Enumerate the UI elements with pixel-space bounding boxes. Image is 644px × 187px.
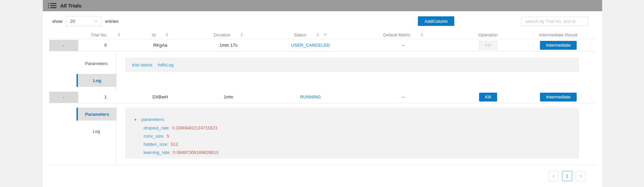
detail-content: trial stdout hdfsLog — [117, 51, 596, 91]
search-input[interactable] — [521, 17, 588, 26]
parameter-key: learning_rate: — [143, 150, 171, 155]
intermediate-button[interactable]: Intermediate — [540, 41, 577, 50]
list-icon — [48, 3, 56, 8]
cell-trial-no: 0 — [78, 43, 133, 48]
parameter-value: 5 — [167, 134, 169, 139]
column-label: Operation — [478, 32, 498, 37]
column-label: Id — [152, 32, 156, 37]
intermediate-button[interactable]: Intermediate — [540, 93, 577, 102]
cell-default-metric: -- — [351, 94, 455, 99]
trial-row-1: - 1 DXBwH 1min RUNNING -- Kill Intermedi… — [49, 91, 596, 103]
column-header-id[interactable]: Id — [133, 32, 188, 37]
cell-trial-id: RKgAa — [133, 43, 188, 48]
column-label: Intermediate Result — [539, 32, 577, 37]
parameter-entry: dropout_rate:0.33908402124711623 — [134, 124, 579, 132]
sort-icon[interactable] — [118, 33, 120, 37]
table-controls: show 20 entries AddColumn — [43, 11, 602, 26]
parameter-entry: learning_rate:0.06497306169626813 — [134, 149, 579, 157]
pagination: < 1 > — [43, 165, 602, 181]
parameter-value: 0.33908402124711623 — [172, 125, 217, 130]
trial-row-0: - 0 RKgAa 1min 17s USER_CANCELED -- Kill… — [49, 39, 596, 51]
column-header-operation: Operation — [455, 32, 521, 37]
cell-status: RUNNING — [269, 94, 351, 99]
add-column-button[interactable]: AddColumn — [418, 16, 454, 26]
detail-tabs: Parameters Log — [49, 103, 117, 165]
column-header-duration[interactable]: Duration — [187, 32, 269, 37]
collapse-row-button[interactable]: - — [49, 92, 78, 103]
column-label: Status — [294, 32, 306, 37]
column-header-default-metric[interactable]: Default Metric — [351, 32, 455, 37]
filter-icon[interactable] — [323, 33, 327, 37]
show-label: show — [52, 19, 62, 24]
cell-trial-no: 1 — [78, 94, 133, 99]
collapse-arrow-icon[interactable]: ▼ — [134, 118, 137, 122]
column-label: Duration — [214, 32, 230, 37]
detail-tabs: Parameters Log — [49, 51, 117, 91]
cell-default-metric: -- — [351, 43, 455, 48]
parameter-entry: conv_size:5 — [134, 132, 579, 140]
parameter-value: 512 — [171, 142, 178, 147]
column-header-intermediate-result: Intermediate Result — [521, 32, 596, 37]
parameter-key: hidden_size: — [143, 142, 168, 147]
log-links-bar: trial stdout hdfsLog — [125, 58, 579, 72]
parameter-key: conv_size: — [143, 134, 164, 139]
column-label: Default Metric — [383, 32, 410, 37]
parameters-root-label: parameters: — [141, 117, 165, 122]
collapse-row-button[interactable]: - — [49, 40, 78, 51]
page-1-button[interactable]: 1 — [562, 171, 572, 181]
entries-label: entries — [105, 19, 118, 24]
sort-icon[interactable] — [317, 33, 319, 37]
page-size-value: 20 — [70, 19, 75, 24]
tab-parameters[interactable]: Parameters — [77, 108, 116, 121]
prev-page-button: < — [548, 171, 559, 181]
column-label: Trial No. — [91, 32, 107, 37]
trial-stdout-link[interactable]: trial stdout — [132, 62, 152, 67]
trial-1-detail-panel: Parameters Log ▼ parameters: dropout_rat… — [49, 103, 596, 165]
trial-0-detail-panel: Parameters Log trial stdout hdfsLog — [49, 51, 596, 91]
detail-content: ▼ parameters: dropout_rate:0.33908402124… — [117, 103, 596, 165]
parameters-json-tree: ▼ parameters: dropout_rate:0.33908402124… — [125, 108, 579, 159]
hdfslog-link[interactable]: hdfsLog — [158, 62, 173, 67]
parameter-entry: hidden_size:512 — [134, 140, 579, 149]
kill-button: Kill — [479, 41, 497, 50]
column-header-trial-no[interactable]: Trial No. — [78, 32, 133, 37]
all-trials-panel: All Trials show 20 entries AddColumn Tri… — [43, 0, 602, 187]
cell-duration: 1min 17s — [187, 43, 269, 48]
tab-parameters[interactable]: Parameters — [77, 57, 116, 70]
cell-duration: 1min — [187, 94, 269, 99]
page-size-select[interactable]: 20 — [66, 16, 101, 26]
sort-icon[interactable] — [421, 33, 423, 37]
cell-status: USER_CANCELED — [269, 43, 351, 48]
tab-log[interactable]: Log — [77, 74, 116, 87]
panel-titlebar: All Trials — [43, 0, 602, 11]
sort-icon[interactable] — [240, 33, 243, 37]
sort-icon[interactable] — [166, 33, 168, 37]
kill-button[interactable]: Kill — [479, 93, 497, 102]
panel-title: All Trials — [60, 3, 82, 9]
next-page-button: > — [576, 171, 586, 181]
parameter-value: 0.06497306169626813 — [173, 150, 219, 155]
column-header-status[interactable]: Status — [269, 32, 351, 37]
parameter-key: dropout_rate: — [143, 125, 170, 130]
table-header-row: Trial No. Id Duration Status Default Met… — [49, 31, 596, 39]
tab-log[interactable]: Log — [77, 125, 116, 138]
chevron-down-icon — [95, 19, 98, 22]
cell-trial-id: DXBwH — [133, 94, 188, 99]
